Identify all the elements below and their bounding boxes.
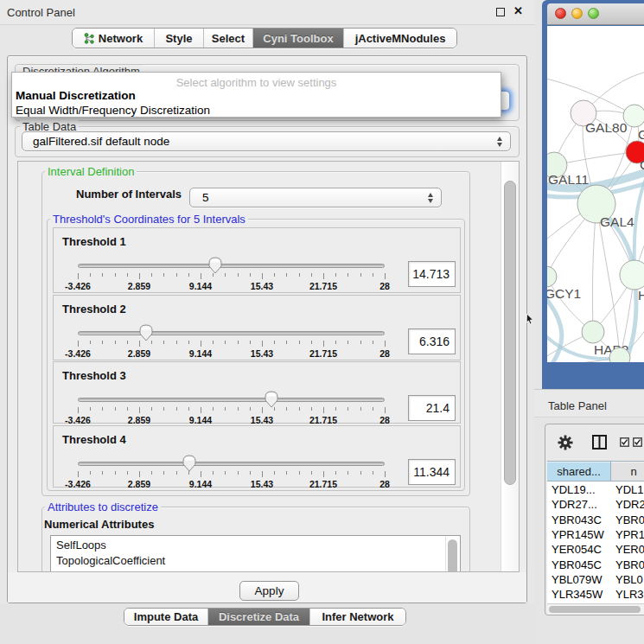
gear-icon[interactable] bbox=[558, 435, 573, 450]
tab-style[interactable]: Style bbox=[155, 29, 204, 48]
network-node[interactable] bbox=[623, 105, 644, 127]
slider-tick-label: 9.144 bbox=[189, 281, 212, 291]
numerical-attributes-list[interactable]: SelfLoopsTopologicalCoefficientBetweenne… bbox=[50, 535, 461, 572]
number-of-intervals-spinner[interactable]: 5 bbox=[189, 188, 442, 207]
close-icon[interactable]: ✕ bbox=[513, 4, 523, 17]
number-of-intervals-value: 5 bbox=[202, 191, 209, 204]
algorithm-option-manual[interactable]: Manual Discretization bbox=[16, 89, 136, 102]
table-cell-name[interactable]: YDL1 bbox=[615, 483, 644, 496]
table-cell-name[interactable]: YBL0 bbox=[615, 573, 643, 586]
zoom-traffic-light[interactable] bbox=[588, 8, 599, 19]
slider-tick bbox=[335, 407, 336, 411]
bottom-tab-impute-data[interactable]: Impute Data bbox=[124, 609, 208, 625]
threshold-value-field[interactable]: 14.713 bbox=[408, 261, 456, 287]
table-cell-name[interactable]: YBR0 bbox=[615, 558, 644, 571]
slider-tick bbox=[385, 341, 386, 347]
slider-tick bbox=[274, 273, 275, 277]
number-of-intervals-label: Number of Intervals bbox=[76, 188, 182, 201]
close-traffic-light[interactable] bbox=[555, 8, 566, 19]
numerical-attributes-label: Numerical Attributes bbox=[44, 518, 154, 531]
apply-button[interactable]: Apply bbox=[239, 581, 299, 601]
slider-tick bbox=[188, 341, 189, 344]
table-column-header[interactable]: n bbox=[611, 461, 644, 481]
table-cell-name[interactable]: YER0 bbox=[615, 543, 644, 556]
slider-tick bbox=[127, 341, 128, 344]
threshold-label: Threshold 1 bbox=[62, 235, 126, 248]
table-data-combobox[interactable]: galFiltered.sif default node bbox=[22, 131, 511, 151]
tab-cyni-toolbox[interactable]: Cyni Toolbox bbox=[253, 29, 344, 48]
slider-tick-label: 28 bbox=[379, 281, 390, 291]
slider-thumb[interactable] bbox=[265, 391, 278, 408]
threshold-value-field[interactable]: 21.4 bbox=[408, 395, 456, 421]
tab-jactivemnodules[interactable]: jActiveMNodules bbox=[344, 29, 456, 48]
slider-tick bbox=[225, 471, 226, 475]
threshold-value-field[interactable]: 6.316 bbox=[408, 328, 456, 354]
network-node-label: C bbox=[640, 157, 644, 172]
slider-tick bbox=[335, 341, 336, 344]
checkbox-icon[interactable] bbox=[633, 437, 642, 447]
threshold-box-1: Threshold 1-3.4262.8599.14415.4321.71528… bbox=[53, 227, 461, 293]
table-column-header[interactable]: shared... bbox=[547, 461, 611, 481]
table-cell-name[interactable]: YLR3 bbox=[615, 588, 644, 601]
table-panel-title: Table Panel bbox=[548, 399, 607, 412]
float-icon[interactable] bbox=[496, 8, 505, 16]
tab-select[interactable]: Select bbox=[204, 29, 253, 48]
spinner-arrows-icon bbox=[428, 193, 433, 203]
threshold-label: Threshold 2 bbox=[62, 303, 126, 316]
slider-track[interactable] bbox=[78, 462, 385, 466]
slider-tick bbox=[262, 471, 263, 477]
table-cell-name[interactable]: YBR0 bbox=[615, 513, 644, 526]
minimize-traffic-light[interactable] bbox=[571, 8, 583, 19]
slider-track[interactable] bbox=[78, 398, 385, 402]
table-panel-body: shared...n YDL19...YDL1YDR27...YDR2YBR04… bbox=[534, 418, 644, 644]
table-cell-shared-name[interactable]: YPR145W bbox=[552, 528, 604, 541]
table-cell-shared-name[interactable]: YBL079W bbox=[552, 573, 603, 586]
slider-track[interactable] bbox=[78, 331, 385, 335]
table-cell-name[interactable]: YPR1 bbox=[615, 528, 644, 541]
slider-tick bbox=[299, 407, 300, 411]
bottom-tab-infer-network[interactable]: Infer Network bbox=[310, 609, 405, 625]
table-cell-shared-name[interactable]: YDL19... bbox=[552, 483, 596, 496]
table-cell-shared-name[interactable]: YLR345W bbox=[552, 588, 603, 601]
network-node[interactable] bbox=[582, 321, 604, 343]
bottom-tab-discretize-data[interactable]: Discretize Data bbox=[208, 609, 310, 625]
slider-thumb[interactable] bbox=[182, 455, 196, 472]
checkbox-icon[interactable] bbox=[620, 437, 629, 447]
attributes-list-scrollbar[interactable] bbox=[445, 537, 459, 572]
threshold-value-field[interactable]: 11.344 bbox=[408, 459, 456, 485]
slider-tick-label: -3.426 bbox=[65, 479, 91, 489]
table-cell-shared-name[interactable]: YBR045C bbox=[552, 558, 602, 571]
network-node[interactable] bbox=[547, 266, 557, 287]
slider-tick bbox=[163, 471, 164, 475]
tab-network[interactable]: Network bbox=[73, 29, 155, 48]
slider-thumb[interactable] bbox=[139, 324, 153, 341]
tab-label: Cyni Toolbox bbox=[263, 32, 333, 45]
slider-tick bbox=[213, 407, 214, 411]
slider-tick bbox=[90, 273, 91, 277]
slider-thumb[interactable] bbox=[208, 257, 222, 274]
slider-tick-label: 9.144 bbox=[189, 479, 212, 489]
slider-tick bbox=[262, 273, 263, 279]
table-horizontal-scrollbar[interactable] bbox=[547, 603, 644, 615]
split-columns-icon[interactable] bbox=[592, 435, 607, 450]
table-cell-shared-name[interactable]: YER054C bbox=[552, 543, 602, 556]
slider-tick bbox=[115, 273, 116, 277]
vertical-scrollbar-thumb[interactable] bbox=[504, 181, 516, 485]
vertical-scrollbar[interactable] bbox=[501, 162, 519, 571]
slider-tick bbox=[225, 407, 226, 411]
network-canvas[interactable]: GAL80GACGAL11GAL4GCY1HHAP2 bbox=[547, 26, 644, 362]
algorithm-option-equal-width[interactable]: Equal Width/Frequency Discretization bbox=[16, 104, 210, 117]
table-cell-shared-name[interactable]: YDR27... bbox=[552, 498, 597, 511]
attribute-item[interactable]: TopologicalCoefficient bbox=[56, 554, 165, 567]
slider-track[interactable] bbox=[78, 264, 385, 268]
network-node[interactable] bbox=[620, 260, 644, 290]
table-cell-shared-name[interactable]: YBR043C bbox=[552, 513, 602, 526]
attribute-item[interactable]: SelfLoops bbox=[56, 539, 106, 552]
slider-tick-label: 21.715 bbox=[309, 348, 337, 359]
slider-tick bbox=[139, 471, 140, 477]
slider-tick bbox=[238, 471, 239, 475]
slider-tick bbox=[385, 273, 386, 279]
table-cell-name[interactable]: YDR2 bbox=[615, 498, 644, 511]
slider-tick bbox=[274, 341, 275, 344]
slider-tick-label: 28 bbox=[379, 415, 390, 425]
